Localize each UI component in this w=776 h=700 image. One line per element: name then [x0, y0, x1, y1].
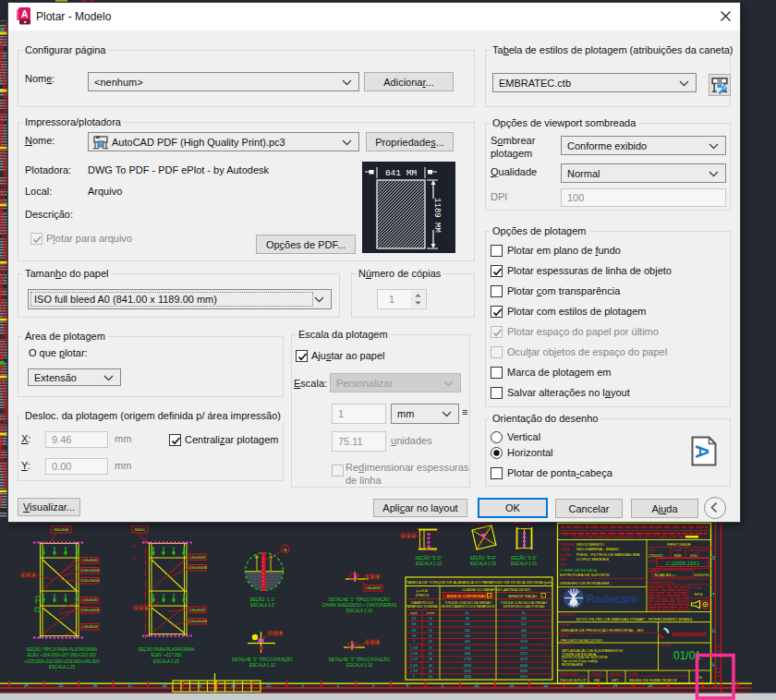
svg-text:21: 21 — [509, 683, 515, 688]
svg-text:OP No.: OP No. — [648, 560, 658, 563]
svg-text:TORQUE COM USO DA TENSÃO: TORQUE COM USO DA TENSÃO — [444, 600, 491, 605]
svg-text:1.1/8: 1.1/8 — [410, 646, 418, 650]
svg-text:NOVO FILTRO DE MANGAS PGMAP -: NOVO FILTRO DE MANGAS PGMAP - INTERCEMEN… — [576, 617, 694, 622]
svg-text:4078: 4078 — [520, 658, 527, 661]
svg-text:DATE: DATE — [649, 549, 656, 552]
svg-text:EM: EM — [594, 679, 600, 682]
svg-text:Nº DES.: Nº DES. — [661, 644, 673, 647]
svg-text:ESCALA 1:10: ESCALA 1:10 — [249, 663, 276, 668]
svg-text:ESCALA 1:10: ESCALA 1:10 — [346, 609, 373, 613]
svg-text:20: 20 — [474, 683, 479, 688]
svg-text:29: 29 — [429, 646, 432, 650]
svg-text:96-AB-B4-xx: 96-AB-B4-xx — [654, 573, 677, 577]
svg-text:9476: 9476 — [520, 675, 527, 679]
svg-text:L65x65/05: L65x65/05 — [83, 598, 98, 602]
svg-text:VOL: VOL — [690, 553, 698, 558]
svg-text:16: 16 — [429, 622, 432, 626]
svg-text:AREA DI APL: AREA DI APL — [560, 672, 578, 676]
svg-text:CHAPA SAE1020/10 + CANTONEIRAS: CHAPA SAE1020/10 + CANTONEIRAS — [322, 603, 397, 608]
svg-text:1/2: 1/2 — [412, 617, 417, 621]
svg-text:ø mm: ø mm — [427, 611, 435, 615]
svg-text:DE ESCOAMENTO DOS PARAFUSOS: DE ESCOAMENTO DOS PARAFUSOS — [442, 605, 496, 609]
svg-text:DESENHO DE MONTAGEM: DESENHO DE MONTAGEM — [560, 581, 610, 585]
svg-text:DETALHE "3" TÍPICO FIXAÇÃO: DETALHE "3" TÍPICO FIXAÇÃO — [329, 657, 390, 662]
svg-text:L40x40/05: L40x40/05 — [366, 586, 381, 590]
svg-text:DRAW: DRAW — [673, 549, 682, 552]
svg-text:ESCALA 1:10: ESCALA 1:10 — [511, 561, 538, 566]
svg-text:FIRST ISSUE: FIRST ISSUE — [667, 542, 691, 547]
svg-text:L100x100/08: L100x100/08 — [188, 566, 207, 570]
svg-text:AREA DE TRAÇÃO: AREA DE TRAÇÃO — [508, 594, 538, 598]
svg-text:1: 1 — [367, 641, 369, 645]
svg-text:BN M00 316 SQMM 78CM1 M: BN M00 316 SQMM 78CM1 M — [629, 679, 676, 682]
svg-text:6446: 6446 — [520, 664, 527, 668]
svg-text:DETALHE "2" TÍPICO FIXAÇÃO: DETALHE "2" TÍPICO FIXAÇÃO — [232, 657, 293, 662]
svg-text:T: T — [712, 592, 715, 597]
svg-text:PARAFUSO NOMINAL: PARAFUSO NOMINAL — [406, 605, 439, 609]
svg-text:27/01/22: 27/01/22 — [649, 553, 663, 558]
svg-text:N300/C: N300/C — [135, 528, 146, 532]
svg-text:32: 32 — [429, 652, 432, 656]
svg-text:14/01/15: 14/01/15 — [694, 573, 709, 577]
svg-text:SEÇÃO "D-D": SEÇÃO "D-D" — [416, 555, 443, 561]
svg-text:1: 1 — [413, 640, 415, 644]
svg-text:21: 21 — [266, 683, 272, 688]
svg-text:IO 5F02 SBKB/A B: IO 5F02 SBKB/A B — [576, 557, 609, 561]
svg-text:PROJETO EXECUTIVO: PROJETO EXECUTIVO — [561, 638, 603, 643]
svg-text:DET: DET — [612, 679, 619, 682]
svg-text:1.1/4: 1.1/4 — [410, 652, 418, 656]
svg-text:1: 1 — [367, 575, 369, 579]
svg-text:165: 165 — [465, 629, 470, 633]
svg-text:ESCALA 1:10: ESCALA 1:10 — [416, 561, 443, 566]
svg-text:DESENHO Nº REV.: DESENHO Nº REV. — [648, 581, 673, 585]
svg-text:848: 848 — [465, 652, 470, 656]
svg-text:50: 50 — [429, 675, 432, 679]
svg-text:1189 MM: 1189 MM — [432, 198, 442, 233]
svg-text:2152: 2152 — [520, 652, 527, 656]
svg-text:p = 8,40: p = 8,40 — [417, 589, 428, 593]
svg-text:3324: 3324 — [464, 670, 471, 673]
svg-text:INDOCIMENTO: INDOCIMENTO — [576, 542, 604, 547]
svg-text:FOLHA: FOLHA — [690, 586, 701, 590]
svg-text:22: 22 — [543, 683, 549, 688]
svg-text:ESCALA 1:10: ESCALA 1:10 — [470, 561, 497, 566]
svg-text:UNIDADE DE PRODUÇÃO HORIZONTAL: UNIDADE DE PRODUÇÃO HORIZONTAL - MG — [561, 628, 643, 633]
svg-text:606: 606 — [465, 646, 470, 650]
svg-text:TORQUE COM USO DA TENSÃO: TORQUE COM USO DA TENSÃO — [501, 600, 548, 605]
svg-text:1.1/2: 1.1/2 — [410, 658, 418, 661]
svg-text:8098: 8098 — [520, 670, 527, 673]
svg-text:(PRECO): (PRECO) — [416, 594, 429, 597]
svg-text:25: 25 — [429, 640, 432, 644]
svg-text:"OUTDOOR SUBSTATION AMBIENT OF: "OUTDOOR SUBSTATION AMBIENT OF 35 P**C S… — [571, 535, 691, 539]
svg-text:521: 521 — [521, 622, 527, 626]
svg-text:4: 4 — [413, 535, 415, 538]
svg-text:135: 135 — [521, 617, 527, 621]
svg-text:DE ESFORCO DAS PORCAS: DE ESFORCO DAS PORCAS — [503, 605, 545, 609]
svg-text:N300xN/A: N300xN/A — [54, 528, 68, 532]
svg-text:L100x100/08: L100x100/08 — [188, 620, 207, 623]
svg-text:INDOGARENA - BRASIL: INDOGARENA - BRASIL — [576, 547, 620, 551]
svg-text:DETALHE "1" TÍPICO FIXAÇÃO: DETALHE "1" TÍPICO FIXAÇÃO — [329, 597, 390, 602]
svg-text:48: 48 — [429, 670, 432, 673]
svg-text:1.3/4: 1.3/4 — [410, 664, 418, 668]
svg-text:38: 38 — [429, 658, 432, 661]
svg-text:C.12005-1SK1: C.12005-1SK1 — [666, 561, 700, 566]
svg-text:LOCAL: LOCAL — [560, 623, 570, 627]
svg-text:425: 425 — [465, 640, 470, 644]
svg-text:+215.000/+222.000/+229.000/+24: +215.000/+222.000/+229.000/+241.000 — [25, 659, 100, 664]
svg-text:8: 8 — [377, 641, 379, 645]
svg-text:A: A — [692, 444, 713, 458]
svg-text:1: 1 — [22, 573, 24, 577]
svg-text:3: 3 — [274, 632, 276, 635]
svg-text:3/4: 3/4 — [412, 629, 417, 633]
svg-text:ESCALA 1:25: ESCALA 1:25 — [49, 665, 76, 670]
svg-text:ESCALA 1:10: ESCALA 1:10 — [346, 663, 373, 668]
svg-text:18: 18 — [162, 683, 167, 688]
svg-text:16: 16 — [92, 683, 98, 688]
svg-text:8: 8 — [280, 632, 282, 635]
svg-text:38: 38 — [466, 617, 469, 621]
svg-text:MONTAGEM: MONTAGEM — [562, 662, 583, 667]
svg-text:FORM.: FORM. — [628, 672, 637, 676]
svg-text:1758: 1758 — [464, 658, 471, 661]
svg-text:1076: 1076 — [520, 640, 527, 644]
